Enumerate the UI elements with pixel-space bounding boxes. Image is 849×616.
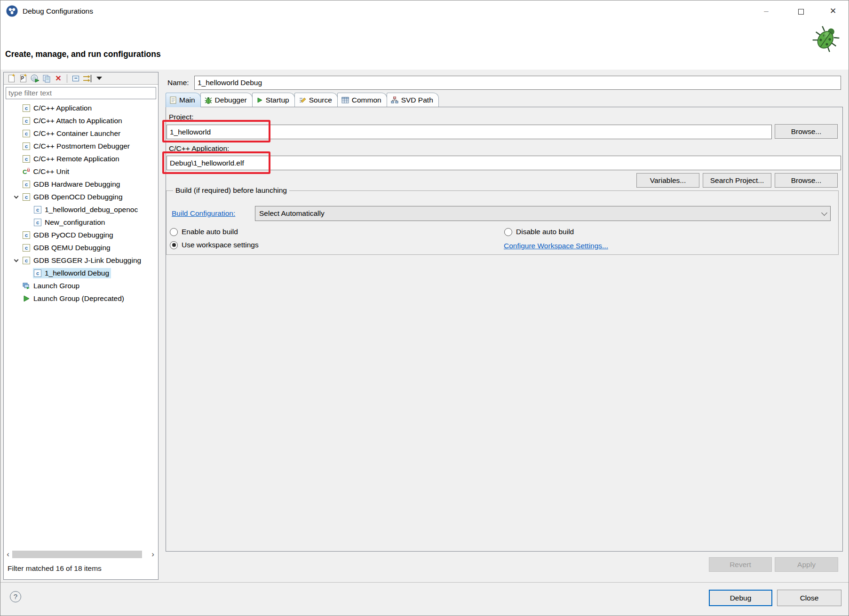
tab-source[interactable]: Source xyxy=(294,93,338,107)
dialog-subtitle: Create, manage, and run configurations xyxy=(5,49,161,59)
collapse-all-icon[interactable]: − xyxy=(71,74,80,83)
c-config-icon: c xyxy=(23,142,30,150)
c-config-icon: c xyxy=(23,130,30,137)
tree-item-c-c-container-launcher[interactable]: cC/C++ Container Launcher xyxy=(4,127,158,140)
c-config-icon: c xyxy=(23,244,30,252)
chevron-expanded-icon[interactable] xyxy=(12,260,20,261)
duplicate-icon[interactable] xyxy=(42,74,51,83)
tab-startup[interactable]: Startup xyxy=(252,93,295,107)
maximize-button[interactable] xyxy=(788,0,814,22)
browse-application-button[interactable]: Browse... xyxy=(775,173,838,188)
tree-item-launch-group[interactable]: Launch Group xyxy=(4,279,158,292)
tree-item-label: New_configuration xyxy=(45,218,105,227)
radio-label: Enable auto build xyxy=(182,228,238,236)
variables-button[interactable]: Variables... xyxy=(636,173,699,188)
search-project-button[interactable]: Search Project... xyxy=(703,173,771,188)
tree-item-label: C/C++ Container Launcher xyxy=(33,129,120,138)
scroll-right-icon[interactable]: › xyxy=(149,550,157,559)
apply-button[interactable]: Apply xyxy=(775,557,838,572)
tree-item-new-configuration[interactable]: cNew_configuration xyxy=(4,216,158,229)
tree-item-label: C/C++ Remote Application xyxy=(33,155,119,163)
c-config-icon: c xyxy=(23,117,30,125)
tree-item-c-c-remote-application[interactable]: cC/C++ Remote Application xyxy=(4,152,158,165)
play-icon xyxy=(256,97,263,103)
build-configuration-select[interactable]: Select Automatically xyxy=(255,206,831,221)
use-workspace-settings-radio[interactable]: Use workspace settings xyxy=(170,241,259,249)
chevron-expanded-icon[interactable] xyxy=(12,196,20,198)
c-unit-icon: Cü xyxy=(23,167,30,175)
tab-svd-path[interactable]: SVD Path xyxy=(387,93,439,107)
build-configuration-link[interactable]: Build Configuration: xyxy=(172,209,235,218)
configuration-name-input[interactable] xyxy=(194,76,841,90)
tree-item-1-helloworld-debug-openoc[interactable]: c1_helloworld_debug_openoc xyxy=(4,203,158,216)
minimize-button[interactable]: – xyxy=(754,0,779,22)
close-window-button[interactable]: ✕ xyxy=(820,0,846,22)
tree-item-gdb-hardware-debugging[interactable]: cGDB Hardware Debugging xyxy=(4,178,158,190)
tree-item-gdb-segger-j-link-debugging[interactable]: cGDB SEGGER J-Link Debugging xyxy=(4,254,158,267)
tab-debugger[interactable]: Debugger xyxy=(200,93,253,107)
application-input[interactable] xyxy=(167,156,841,170)
launch-group-icon xyxy=(23,282,30,290)
name-label: Name: xyxy=(167,79,189,87)
radio-icon xyxy=(170,228,178,236)
tree-item-c-c-application[interactable]: cC/C++ Application xyxy=(4,102,158,114)
tree-item-c-c-postmortem-debugger[interactable]: cC/C++ Postmortem Debugger xyxy=(4,140,158,152)
c-config-icon: c xyxy=(23,193,30,201)
c-config-icon: c xyxy=(23,155,30,163)
tree-item-label: Launch Group xyxy=(33,282,79,290)
tree-item-c-c-attach-to-application[interactable]: cC/C++ Attach to Application xyxy=(4,114,158,127)
configurations-tree: cC/C++ ApplicationcC/C++ Attach to Appli… xyxy=(4,102,158,547)
window-title: Debug Configurations xyxy=(23,0,93,22)
tab-main[interactable]: Main xyxy=(166,93,201,107)
revert-button[interactable]: Revert xyxy=(709,557,772,572)
browse-project-button[interactable]: Browse... xyxy=(775,124,838,139)
tree-item-gdb-pyocd-debugging[interactable]: cGDB PyOCD Debugging xyxy=(4,229,158,241)
bug-illustration-icon xyxy=(811,23,841,52)
disable-auto-build-radio[interactable]: Disable auto build xyxy=(504,228,574,236)
tree-item-gdb-qemu-debugging[interactable]: cGDB QEMU Debugging xyxy=(4,241,158,254)
application-label: C/C++ Application: xyxy=(169,144,229,153)
filter-status-text: Filter matched 16 of 18 items xyxy=(8,564,102,573)
tree-item-gdb-openocd-debugging[interactable]: cGDB OpenOCD Debugging xyxy=(4,190,158,203)
c-config-icon: c xyxy=(23,231,30,239)
tab-common[interactable]: Common xyxy=(337,93,387,107)
table-icon xyxy=(341,97,349,103)
doc-icon xyxy=(170,96,176,104)
build-group-title: Build (if required) before launching xyxy=(173,186,289,195)
tree-item-label: 1_helloworld_debug_openoc xyxy=(45,205,138,214)
filter-input[interactable] xyxy=(6,87,156,99)
c-config-icon: c xyxy=(34,269,41,277)
tree-item-label: GDB OpenOCD Debugging xyxy=(33,193,123,201)
tree-item-label: C/C++ Unit xyxy=(33,167,70,176)
tab-label: Startup xyxy=(266,96,289,104)
tab-bar: MainDebuggerStartupSourceCommonSVD Path xyxy=(166,93,438,107)
debug-configurations-dialog: Debug Configurations – ✕ Create, manage,… xyxy=(0,0,849,616)
tree-item-1-helloworld-debug[interactable]: c1_helloworld Debug xyxy=(4,267,158,279)
c-config-icon: c xyxy=(23,104,30,112)
tree-horizontal-scrollbar[interactable]: ‹ › xyxy=(4,549,158,560)
tree-item-launch-group-deprecated-[interactable]: Launch Group (Deprecated) xyxy=(4,292,158,305)
debug-button[interactable]: Debug xyxy=(709,590,772,606)
export-icon[interactable] xyxy=(30,74,40,83)
configure-workspace-settings-link[interactable]: Configure Workspace Settings... xyxy=(504,242,608,250)
tree-item-label: 1_helloworld Debug xyxy=(45,269,109,277)
radio-icon xyxy=(504,228,512,236)
bug-icon xyxy=(205,96,212,104)
c-config-icon: c xyxy=(34,206,41,213)
menu-dropdown-icon[interactable] xyxy=(95,74,104,83)
scrollbar-thumb[interactable] xyxy=(12,551,142,558)
scroll-left-icon[interactable]: ‹ xyxy=(4,550,12,559)
new-prototype-icon[interactable]: P✦ xyxy=(18,74,28,83)
svd-icon xyxy=(391,96,398,104)
tree-item-label: Launch Group (Deprecated) xyxy=(33,294,124,303)
radio-label: Disable auto build xyxy=(516,228,574,236)
delete-icon[interactable]: ✕ xyxy=(54,74,63,83)
tree-item-c-c-unit[interactable]: CüC/C++ Unit xyxy=(4,165,158,178)
close-button[interactable]: Close xyxy=(777,590,841,606)
filter-launch-icon[interactable] xyxy=(83,74,92,83)
project-input[interactable] xyxy=(167,125,772,139)
enable-auto-build-radio[interactable]: Enable auto build xyxy=(170,228,238,236)
debug-configurations-icon xyxy=(6,5,18,17)
help-button[interactable]: ? xyxy=(10,591,21,602)
new-configuration-icon[interactable]: ✦ xyxy=(7,74,16,83)
